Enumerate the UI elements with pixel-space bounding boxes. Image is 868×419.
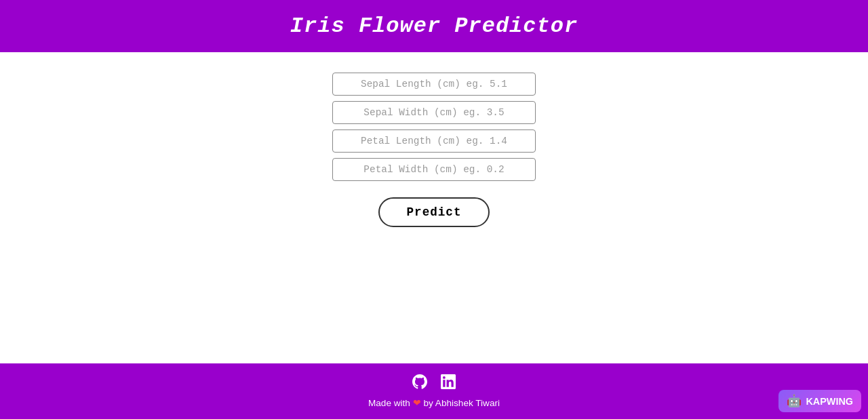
robot-icon: 🤖: [787, 394, 802, 408]
petal-width-input[interactable]: [332, 158, 536, 181]
kapwing-label: KAPWING: [806, 396, 853, 407]
by-author-text: by Abhishek Tiwari: [423, 398, 500, 408]
app-title: Iris Flower Predictor: [14, 14, 854, 39]
app-header: Iris Flower Predictor: [0, 0, 868, 52]
sepal-width-input[interactable]: [332, 101, 536, 124]
sepal-length-input[interactable]: [332, 73, 536, 96]
footer-icons: [11, 374, 857, 393]
prediction-form: Predict: [332, 73, 536, 227]
app-footer: Made with ❤ by Abhishek Tiwari: [0, 363, 868, 419]
main-content: Predict: [0, 52, 868, 363]
heart-icon: ❤: [413, 398, 421, 408]
predict-button[interactable]: Predict: [378, 197, 490, 227]
linkedin-link[interactable]: [441, 374, 456, 393]
footer-credit: Made with ❤ by Abhishek Tiwari: [11, 397, 857, 408]
petal-length-input[interactable]: [332, 129, 536, 153]
github-link[interactable]: [412, 374, 427, 393]
kapwing-watermark: 🤖 KAPWING: [778, 390, 861, 412]
made-with-text: Made with: [368, 398, 410, 408]
